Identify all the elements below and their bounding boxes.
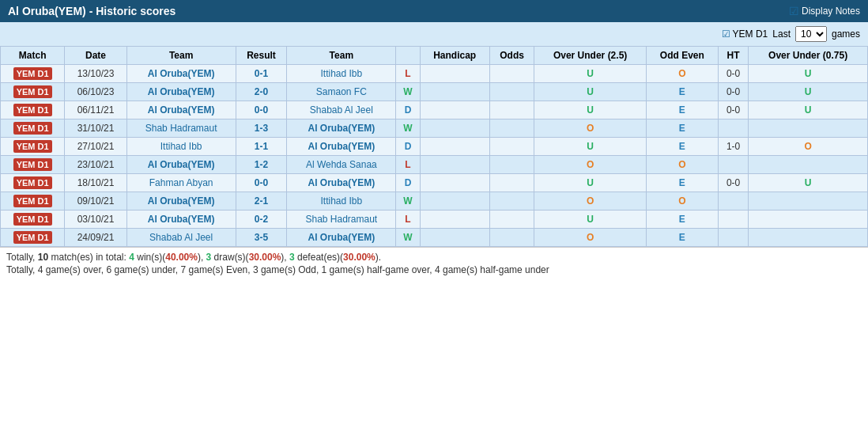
team2-link[interactable]: Ittihad Ibb bbox=[320, 195, 362, 207]
team2-link[interactable]: Al Oruba(YEM) bbox=[308, 232, 375, 243]
cell-result[interactable]: 1-3 bbox=[236, 119, 287, 138]
cell-team2[interactable]: Shab Hadramaut bbox=[287, 210, 396, 229]
result-link[interactable]: 2-0 bbox=[255, 86, 268, 97]
cell-result[interactable]: 0-0 bbox=[236, 174, 287, 192]
team2-link[interactable]: Ittihad Ibb bbox=[320, 68, 362, 79]
cell-team1[interactable]: Fahman Abyan bbox=[126, 174, 236, 192]
cell-league: YEM D1 bbox=[1, 174, 65, 192]
cell-oe: E bbox=[646, 119, 718, 138]
cell-team2[interactable]: Ittihad Ibb bbox=[287, 65, 396, 83]
outcome-indicator: W bbox=[403, 86, 412, 97]
team2-link[interactable]: Al Oruba(YEM) bbox=[308, 141, 375, 152]
result-link[interactable]: 0-2 bbox=[255, 214, 268, 225]
cell-ou25: O bbox=[534, 156, 647, 174]
team2-link[interactable]: Al Oruba(YEM) bbox=[308, 123, 375, 134]
col-spacer bbox=[396, 47, 420, 65]
cell-team2[interactable]: Al Oruba(YEM) bbox=[287, 138, 396, 156]
oe-value: E bbox=[679, 86, 685, 97]
cell-result[interactable]: 0-1 bbox=[236, 65, 287, 83]
cell-result[interactable]: 3-5 bbox=[236, 229, 287, 247]
league-badge[interactable]: YEM D1 bbox=[13, 122, 52, 135]
outcome-indicator: W bbox=[403, 195, 412, 207]
cell-team2[interactable]: Al Oruba(YEM) bbox=[287, 229, 396, 247]
col-date: Date bbox=[65, 47, 126, 65]
cell-oe: E bbox=[646, 229, 718, 247]
cell-team2[interactable]: Al Wehda Sanaa bbox=[287, 156, 396, 174]
cell-result[interactable]: 1-1 bbox=[236, 138, 287, 156]
team1-link[interactable]: Al Oruba(YEM) bbox=[148, 159, 215, 170]
cell-team1[interactable]: Al Oruba(YEM) bbox=[126, 192, 236, 210]
cell-handicap bbox=[420, 174, 489, 192]
cell-team1[interactable]: Ittihad Ibb bbox=[126, 138, 236, 156]
team2-link[interactable]: Al Wehda Sanaa bbox=[306, 159, 377, 170]
cell-handicap bbox=[420, 138, 489, 156]
result-link[interactable]: 0-0 bbox=[255, 104, 268, 116]
table-row: YEM D109/10/21Al Oruba(YEM)2-1Ittihad Ib… bbox=[1, 192, 868, 210]
cell-team2[interactable]: Al Oruba(YEM) bbox=[287, 119, 396, 138]
display-notes-checkbox[interactable]: ☑ Display Notes bbox=[789, 5, 860, 17]
team1-link[interactable]: Al Oruba(YEM) bbox=[148, 86, 215, 97]
page-title: Al Oruba(YEM) - Historic scores bbox=[8, 5, 175, 17]
cell-team1[interactable]: Shabab Al Jeel bbox=[126, 229, 236, 247]
result-link[interactable]: 1-1 bbox=[255, 141, 268, 152]
cell-team1[interactable]: Al Oruba(YEM) bbox=[126, 156, 236, 174]
table-header-row: Match Date Team Result Team Handicap Odd… bbox=[1, 47, 868, 65]
col-match: Match bbox=[1, 47, 65, 65]
cell-team1[interactable]: Al Oruba(YEM) bbox=[126, 83, 236, 101]
cell-date: 18/10/21 bbox=[65, 174, 126, 192]
cell-date: 06/10/23 bbox=[65, 83, 126, 101]
cell-odds bbox=[489, 192, 534, 210]
league-badge[interactable]: YEM D1 bbox=[13, 104, 52, 116]
team1-link[interactable]: Al Oruba(YEM) bbox=[148, 214, 215, 225]
team1-link[interactable]: Ittihad Ibb bbox=[160, 141, 202, 152]
cell-result[interactable]: 0-2 bbox=[236, 210, 287, 229]
league-badge[interactable]: YEM D1 bbox=[13, 213, 52, 226]
league-badge[interactable]: YEM D1 bbox=[13, 176, 52, 189]
team1-link[interactable]: Al Oruba(YEM) bbox=[148, 104, 215, 116]
cell-team2[interactable]: Ittihad Ibb bbox=[287, 192, 396, 210]
cell-result[interactable]: 0-0 bbox=[236, 101, 287, 119]
league-filter-checkbox[interactable]: ☑ YEM D1 bbox=[722, 28, 768, 40]
result-link[interactable]: 0-0 bbox=[255, 177, 268, 188]
cell-team1[interactable]: Shab Hadramaut bbox=[126, 119, 236, 138]
team2-link[interactable]: Shabab Al Jeel bbox=[310, 104, 373, 116]
cell-ou25: U bbox=[534, 138, 647, 156]
result-link[interactable]: 1-2 bbox=[255, 159, 268, 170]
team1-link[interactable]: Al Oruba(YEM) bbox=[148, 195, 215, 207]
league-badge[interactable]: YEM D1 bbox=[13, 140, 52, 153]
cell-result[interactable]: 1-2 bbox=[236, 156, 287, 174]
league-badge[interactable]: YEM D1 bbox=[13, 67, 52, 80]
team1-link[interactable]: Shab Hadramaut bbox=[145, 123, 217, 134]
games-select[interactable]: 10 20 30 bbox=[795, 26, 827, 42]
league-badge[interactable]: YEM D1 bbox=[13, 231, 52, 244]
cell-team1[interactable]: Al Oruba(YEM) bbox=[126, 210, 236, 229]
cell-team2[interactable]: Al Oruba(YEM) bbox=[287, 174, 396, 192]
cell-team2[interactable]: Samaon FC bbox=[287, 83, 396, 101]
col-ht: HT bbox=[718, 47, 748, 65]
col-oe: Odd Even bbox=[646, 47, 718, 65]
cell-team1[interactable]: Al Oruba(YEM) bbox=[126, 65, 236, 83]
result-link[interactable]: 0-1 bbox=[255, 68, 268, 79]
team1-link[interactable]: Fahman Abyan bbox=[149, 177, 213, 188]
team2-link[interactable]: Samaon FC bbox=[316, 86, 367, 97]
cell-result[interactable]: 2-0 bbox=[236, 83, 287, 101]
table-row: YEM D131/10/21Shab Hadramaut1-3Al Oruba(… bbox=[1, 119, 868, 138]
league-badge[interactable]: YEM D1 bbox=[13, 85, 52, 98]
oe-value: O bbox=[678, 68, 685, 79]
cell-date: 13/10/23 bbox=[65, 65, 126, 83]
result-link[interactable]: 2-1 bbox=[255, 195, 268, 207]
team2-link[interactable]: Shab Hadramaut bbox=[305, 214, 377, 225]
team2-link[interactable]: Al Oruba(YEM) bbox=[308, 177, 375, 188]
outcome-indicator: L bbox=[405, 159, 410, 170]
team1-link[interactable]: Al Oruba(YEM) bbox=[148, 68, 215, 79]
cell-date: 31/10/21 bbox=[65, 119, 126, 138]
league-badge[interactable]: YEM D1 bbox=[13, 158, 52, 171]
result-link[interactable]: 3-5 bbox=[255, 232, 268, 243]
cell-team2[interactable]: Shabab Al Jeel bbox=[287, 101, 396, 119]
result-link[interactable]: 1-3 bbox=[255, 123, 268, 134]
cell-team1[interactable]: Al Oruba(YEM) bbox=[126, 101, 236, 119]
league-badge[interactable]: YEM D1 bbox=[13, 195, 52, 207]
cell-result[interactable]: 2-1 bbox=[236, 192, 287, 210]
team1-link[interactable]: Shabab Al Jeel bbox=[149, 232, 213, 243]
checkbox-checked-icon: ☑ bbox=[789, 5, 799, 17]
